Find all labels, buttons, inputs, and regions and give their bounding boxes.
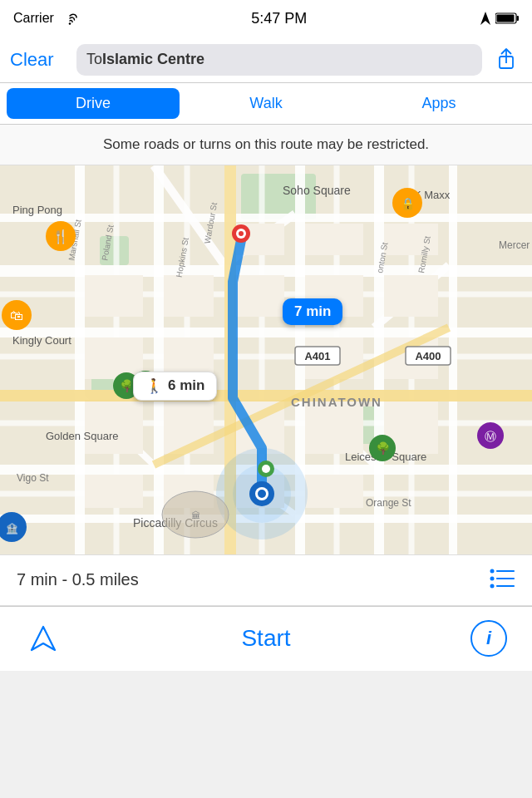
destination-name: Islamic Centre xyxy=(102,51,204,68)
svg-point-107 xyxy=(239,231,244,236)
info-bar: 7 min - 0.5 miles xyxy=(0,554,532,606)
svg-text:A400: A400 xyxy=(415,350,441,362)
svg-text:🛍: 🛍 xyxy=(10,308,23,323)
tab-apps[interactable]: Apps xyxy=(352,88,525,119)
svg-rect-40 xyxy=(85,275,143,317)
svg-rect-55 xyxy=(85,475,143,508)
warning-text: Some roads or turns on this route may be… xyxy=(103,136,429,152)
svg-rect-3 xyxy=(516,16,519,21)
map-area[interactable]: Soho Square TK Maxx Ping Pong Kingly Cou… xyxy=(0,165,532,554)
svg-rect-46 xyxy=(305,224,363,255)
svg-rect-41 xyxy=(85,337,143,379)
svg-point-0 xyxy=(69,22,71,25)
svg-text:Kingly Court: Kingly Court xyxy=(12,334,71,347)
bottom-toolbar: Start i xyxy=(0,606,532,671)
svg-text:🔒: 🔒 xyxy=(401,197,416,211)
svg-marker-119 xyxy=(32,627,55,650)
destination-prefix: To xyxy=(86,51,102,68)
walk-icon: 🚶 xyxy=(145,377,163,395)
warning-banner: Some roads or turns on this route may be… xyxy=(0,125,532,165)
svg-rect-58 xyxy=(305,475,363,508)
svg-text:Golden Square: Golden Square xyxy=(46,430,118,442)
route-summary: 7 min - 0.5 miles xyxy=(17,570,139,589)
nav-bar: Clear To Islamic Centre xyxy=(0,37,532,83)
svg-point-118 xyxy=(490,584,495,588)
svg-text:🏦: 🏦 xyxy=(6,522,18,534)
svg-rect-42 xyxy=(164,275,214,317)
svg-text:Ping Pong: Ping Pong xyxy=(12,204,62,216)
svg-rect-61 xyxy=(0,390,532,401)
svg-point-117 xyxy=(490,576,495,580)
list-icon[interactable] xyxy=(489,567,515,594)
svg-rect-50 xyxy=(384,275,438,317)
status-bar: Carrier 5:47 PM xyxy=(0,0,532,37)
status-icons xyxy=(480,12,519,25)
direction-button[interactable] xyxy=(25,620,62,657)
svg-text:Ⓜ: Ⓜ xyxy=(485,430,496,443)
walk-time-callout: 🚶 6 min xyxy=(133,372,217,401)
start-button[interactable]: Start xyxy=(241,625,290,652)
tab-walk[interactable]: Walk xyxy=(180,88,352,119)
clear-button[interactable]: Clear xyxy=(10,49,68,71)
drive-time-callout: 7 min xyxy=(283,298,342,325)
svg-text:🌳: 🌳 xyxy=(376,441,391,456)
svg-point-109 xyxy=(262,465,270,473)
tab-drive[interactable]: Drive xyxy=(7,88,180,119)
svg-text:Vigo St: Vigo St xyxy=(17,472,49,484)
status-time: 5:47 PM xyxy=(251,10,307,27)
search-field[interactable]: To Islamic Centre xyxy=(76,44,482,76)
svg-text:CHINATOWN: CHINATOWN xyxy=(291,395,382,409)
svg-rect-54 xyxy=(85,400,143,454)
svg-text:Orange St: Orange St xyxy=(366,497,411,509)
svg-point-112 xyxy=(258,490,266,498)
info-button[interactable]: i xyxy=(470,620,507,657)
svg-rect-45 xyxy=(234,275,284,317)
svg-text:🏛: 🏛 xyxy=(191,510,200,520)
share-button[interactable] xyxy=(490,44,522,76)
location-icon xyxy=(480,12,490,25)
svg-text:Soho Square: Soho Square xyxy=(283,184,351,197)
transport-tabs: Drive Walk Apps xyxy=(0,83,532,125)
carrier-label: Carrier xyxy=(13,11,77,26)
svg-text:Mercer: Mercer xyxy=(499,239,530,251)
svg-text:🍴: 🍴 xyxy=(52,229,69,244)
svg-point-116 xyxy=(490,569,495,573)
map-svg: Soho Square TK Maxx Ping Pong Kingly Cou… xyxy=(0,165,532,554)
svg-marker-1 xyxy=(480,12,490,25)
battery-icon xyxy=(495,12,519,24)
svg-text:A401: A401 xyxy=(304,350,330,362)
svg-rect-4 xyxy=(496,15,514,22)
